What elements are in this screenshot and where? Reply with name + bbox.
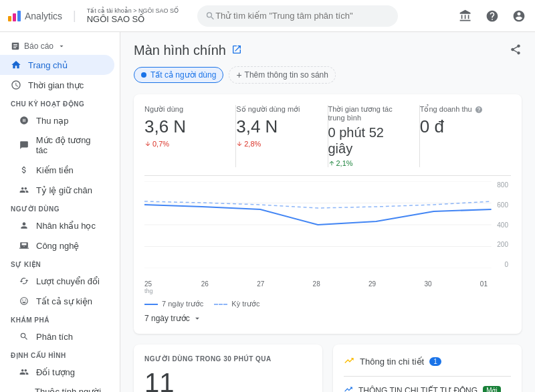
sidebar-label-luot-chuyen-doi: Lượt chuyển đổi <box>36 276 100 286</box>
legend-current-line <box>144 304 158 305</box>
doi-tuong-icon <box>19 367 29 377</box>
chart-x-axis: 25thg 26 27 28 29 30 01 <box>144 278 511 294</box>
sidebar-label-trang-chu: Trang chủ <box>28 60 68 70</box>
home-icon <box>11 60 21 70</box>
metric-users: Người dùng 3,6 N 0,7% <box>144 105 236 167</box>
page-title-row: Màn hình chính <box>134 43 522 58</box>
sidebar-item-thoi-gian-thuc[interactable]: Thời gian thực <box>0 75 114 95</box>
header-account[interactable]: Tất cả tài khoản > NGÔI SAO SỐ NGÔI SAO … <box>87 7 179 24</box>
clock-icon <box>11 80 21 90</box>
sidebar-label-thoi-gian-thuc: Thời gian thực <box>28 80 84 90</box>
legend-previous: Kỳ trước <box>214 300 259 308</box>
sidebar-item-trang-chu[interactable]: Trang chủ <box>0 55 114 75</box>
header-logo: Analytics <box>8 11 62 21</box>
sidebar-label-phan-tich: Phân tích <box>36 332 73 342</box>
y-0: 0 <box>490 261 508 268</box>
section-label-su-kien: SỰ KIỆN <box>0 256 120 271</box>
sidebar-label-thuoc-tinh-nguoi-dung: Thuộc tính người dùng <box>35 387 104 392</box>
edit-icon[interactable] <box>231 44 242 58</box>
page-title: Màn hình chính <box>134 43 226 58</box>
sidebar-item-muc-do-tuong-tac[interactable]: Mức độ tương tác <box>0 130 114 160</box>
logo-icon <box>8 11 21 21</box>
export-icons <box>510 43 522 58</box>
search-input[interactable] <box>215 11 390 21</box>
y-600: 600 <box>490 201 508 209</box>
sidebar-item-kiem-tien[interactable]: Kiếm tiền <box>0 160 114 180</box>
kiem-tien-icon <box>19 165 29 175</box>
metric-avg-time-value: 0 phút 52giây <box>328 124 409 157</box>
header-account-name[interactable]: NGÔI SAO SỐ <box>87 14 179 24</box>
apps-icon[interactable] <box>457 8 473 24</box>
metric-revenue: Tổng doanh thu 0 đ <box>420 105 511 167</box>
sidebar-item-doi-tuong[interactable]: Đối tượng <box>0 362 114 382</box>
thu-nap-icon <box>19 115 29 126</box>
x-26: 26 <box>201 280 209 294</box>
sidebar-item-ty-le-giu-chan[interactable]: Tỷ lệ giữ chân <box>0 180 114 200</box>
metric-revenue-label: Tổng doanh thu <box>420 105 500 114</box>
legend-previous-line <box>214 304 227 305</box>
x-01: 01 <box>480 280 488 294</box>
nhan-khau-icon <box>19 220 29 231</box>
new-badge: Mới <box>483 386 501 392</box>
report-toggle-label: Báo cáo <box>24 41 54 51</box>
segment-dot <box>141 72 146 78</box>
metric-users-value: 3,6 N <box>144 116 225 137</box>
insights-card: Thông tin chi tiết 1 THÔNG TIN CHI TIẾT … <box>333 345 522 392</box>
section-label-dinh-cau-hinh: ĐỊNH CẤU HÌNH <box>0 347 120 362</box>
legend-previous-label: Kỳ trước <box>231 300 259 308</box>
sidebar-item-cong-nghe[interactable]: Công nghệ <box>0 235 114 256</box>
period-selector[interactable]: 7 ngày trước <box>144 314 511 323</box>
bottom-row: NGƯỜI DÙNG TRONG 30 PHÚT QUA 11 SỐ NGƯỜI… <box>134 345 522 392</box>
search-bar[interactable] <box>197 5 398 27</box>
metric-users-label: Người dùng <box>144 105 225 114</box>
plus-icon: + <box>236 70 241 80</box>
sidebar-item-phan-tich[interactable]: Phân tích <box>0 326 114 347</box>
phan-tich-icon <box>19 331 29 342</box>
y-200: 200 <box>490 241 508 248</box>
metric-avg-time: Thời gian tương tác trung bình 0 phút 52… <box>328 105 420 167</box>
section-label-nguoi-dung: NGƯỜI DÙNG <box>0 200 120 215</box>
y-800: 800 <box>490 181 508 189</box>
sidebar-label-muc-do-tuong-tac: Mức độ tương tác <box>36 135 104 155</box>
insight-section-auto: THÔNG TIN CHI TIẾT TỰ ĐỘNG Mới Hiệu quả … <box>344 385 511 392</box>
auto-insight-icon <box>344 385 353 392</box>
tuong-tac-icon <box>19 140 29 151</box>
insights-title: Thông tin chi tiết <box>360 357 424 367</box>
report-toggle[interactable]: Báo cáo <box>0 37 120 55</box>
metrics-row: Người dùng 3,6 N 0,7% Số người dùng mới … <box>144 105 511 176</box>
sidebar-item-thu-nap[interactable]: Thu nạp <box>0 110 114 130</box>
sidebar-label-ty-le-giu-chan: Tỷ lệ giữ chân <box>36 185 92 195</box>
metric-new-users-label: Số người dùng mới <box>236 105 316 114</box>
header: Analytics | Tất cả tài khoản > NGÔI SAO … <box>0 0 535 32</box>
account-icon[interactable] <box>511 8 527 24</box>
add-comparison-btn[interactable]: + Thêm thông tin so sánh <box>229 66 336 84</box>
segment-all-users[interactable]: Tất cả người dùng <box>134 67 223 83</box>
realtime-card: NGƯỜI DÙNG TRONG 30 PHÚT QUA 11 SỐ NGƯỜI… <box>134 345 322 392</box>
search-icon <box>205 11 215 21</box>
help-circle-icon <box>475 106 483 114</box>
insights-badge: 1 <box>429 357 441 366</box>
sidebar-label-thu-nap: Thu nạp <box>36 116 68 126</box>
header-divider: | <box>73 9 76 23</box>
metric-avg-time-label: Thời gian tương tác trung bình <box>328 105 409 122</box>
layout: Báo cáo Trang chủ Thời gian thực CHU KỲ … <box>0 32 535 392</box>
sidebar-item-nhan-khau-hoc[interactable]: Nhân khẩu học <box>0 215 114 235</box>
period-label: 7 ngày trước <box>144 314 190 323</box>
x-30: 30 <box>424 280 431 294</box>
sidebar-label-cong-nghe: Công nghệ <box>36 241 79 251</box>
down-arrow-icon <box>144 140 151 147</box>
giu-chan-icon <box>19 185 29 195</box>
metric-users-change: 0,7% <box>144 140 225 148</box>
help-icon[interactable] <box>484 8 500 24</box>
share-icon[interactable] <box>510 43 522 58</box>
period-chevron-icon <box>193 314 202 323</box>
su-kien-icon <box>19 296 29 306</box>
metric-new-users: Số người dùng mới 3,4 N 2,8% <box>236 105 328 167</box>
add-comparison-label: Thêm thông tin so sánh <box>245 70 328 80</box>
sidebar-item-thuoc-tinh-nguoi-dung[interactable]: Thuộc tính người dùng <box>0 382 114 392</box>
chart-y-axis: 800 600 400 200 0 <box>488 181 511 268</box>
sidebar-item-tat-ca-su-kien[interactable]: Tất cả sự kiện <box>0 291 114 311</box>
chuyen-doi-icon <box>19 276 29 286</box>
auto-insight-label: THÔNG TIN CHI TIẾT TỰ ĐỘNG <box>358 386 477 393</box>
sidebar-item-luot-chuyen-doi[interactable]: Lượt chuyển đổi <box>0 271 114 291</box>
